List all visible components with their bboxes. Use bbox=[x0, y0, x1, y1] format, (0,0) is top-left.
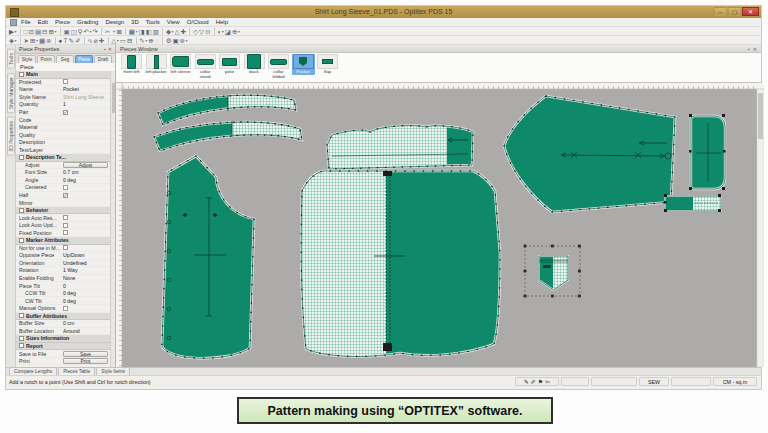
toolbar-icon[interactable]: ✂▾ bbox=[105, 27, 110, 36]
bottom-tab[interactable]: Style Items bbox=[96, 367, 130, 375]
toolbar-icon[interactable]: ▦▾ bbox=[129, 27, 138, 36]
toolbar-icon[interactable]: ▤▾ bbox=[35, 27, 41, 36]
property-row[interactable]: Opposite Piece Up/Down Up/Down bbox=[16, 252, 110, 260]
property-row[interactable]: Buffer Size 0 cm 0 cm bbox=[16, 320, 110, 328]
piece-thumbnail[interactable]: collar stand bbox=[194, 54, 217, 80]
close-button[interactable]: ✕ bbox=[742, 7, 759, 16]
toolbar-icon[interactable]: ◐▾ bbox=[217, 27, 223, 36]
property-row[interactable]: Font Size 0.7 cm 0.7 cm bbox=[16, 169, 110, 177]
close-icon[interactable]: ✕ bbox=[108, 46, 112, 52]
property-row[interactable]: Piece Tilt 0 0 bbox=[16, 282, 110, 290]
toolbar-icon[interactable]: ⊟▾ bbox=[42, 27, 47, 36]
property-row[interactable]: Angle 0 deg 0 deg bbox=[16, 177, 110, 185]
menu-item[interactable]: 3D bbox=[131, 19, 139, 25]
toolbar-icon[interactable]: ⚙▾ bbox=[166, 36, 172, 45]
menu-item[interactable]: Piece bbox=[55, 19, 70, 25]
toolbar-icon[interactable]: ▾ bbox=[60, 28, 61, 35]
property-row[interactable]: Half bbox=[16, 192, 110, 200]
property-checkbox[interactable] bbox=[63, 230, 68, 235]
toolbar-icon[interactable]: △▾ bbox=[174, 27, 179, 36]
property-row[interactable]: Description Te... bbox=[16, 154, 110, 162]
toolbar-icon[interactable]: ▾ bbox=[189, 28, 190, 35]
property-checkbox[interactable] bbox=[63, 306, 68, 311]
section-expander[interactable] bbox=[19, 155, 24, 160]
toolbar-icon[interactable]: ◌▾ bbox=[155, 36, 159, 45]
piece-thumbnail[interactable]: Pocket bbox=[292, 54, 315, 75]
property-row[interactable]: Main bbox=[16, 71, 110, 79]
toolbar-icon[interactable]: ◈▾ bbox=[9, 36, 17, 45]
property-row[interactable]: Fixed Position bbox=[16, 229, 110, 237]
bottom-tab[interactable]: Compare Lengths bbox=[9, 367, 57, 375]
property-row[interactable]: Pair bbox=[16, 109, 110, 117]
section-expander[interactable] bbox=[19, 313, 24, 318]
property-checkbox[interactable] bbox=[63, 193, 68, 198]
property-row[interactable]: Quantity 1 1 bbox=[16, 101, 110, 109]
status-icon[interactable]: ✐ bbox=[531, 378, 536, 385]
toolbar-icon[interactable]: □▾ bbox=[24, 27, 28, 36]
property-checkbox[interactable] bbox=[63, 215, 68, 220]
property-button[interactable]: Adjust bbox=[63, 162, 108, 168]
property-row[interactable]: Not for use in M... bbox=[16, 245, 110, 253]
toolbar-icon[interactable]: ✎▾ bbox=[68, 36, 73, 45]
toolbar-icon[interactable]: ⊙▾ bbox=[205, 27, 210, 36]
toolbar-icon[interactable]: ✐▾ bbox=[75, 36, 80, 45]
section-expander[interactable] bbox=[19, 343, 24, 348]
toolbar-icon[interactable]: ●▾ bbox=[59, 36, 63, 45]
toolbar-icon[interactable]: ↶▾ bbox=[84, 27, 92, 36]
property-row[interactable]: Print Print Print bbox=[16, 358, 110, 366]
section-expander[interactable] bbox=[19, 208, 24, 213]
property-row[interactable]: CCW Tilt 0 deg 0 deg bbox=[16, 290, 110, 298]
toolbar-icon[interactable]: ▽▾ bbox=[199, 27, 204, 36]
toolbar-icon[interactable]: ▦▾ bbox=[39, 36, 45, 45]
toolbar-icon[interactable]: ▾ bbox=[101, 28, 102, 35]
menu-item[interactable]: Tools bbox=[146, 19, 160, 25]
property-row[interactable]: Quality bbox=[16, 131, 110, 139]
section-expander[interactable] bbox=[19, 238, 24, 243]
property-button[interactable]: Save bbox=[63, 351, 108, 357]
menu-item[interactable]: O/Cloud bbox=[187, 19, 209, 25]
property-row[interactable]: Description bbox=[16, 139, 110, 147]
status-icon[interactable]: ✂ bbox=[545, 378, 550, 385]
toolbar-icon[interactable]: ▾ bbox=[55, 37, 56, 44]
piece-thumbnail[interactable]: back bbox=[243, 54, 266, 75]
property-row[interactable]: Material bbox=[16, 124, 110, 132]
property-row[interactable]: Enable Folding None None bbox=[16, 275, 110, 283]
property-row[interactable]: Rotation 1 Way 1 Way bbox=[16, 267, 110, 275]
property-row[interactable]: Text/Layer bbox=[16, 146, 110, 154]
property-row[interactable]: Orientation Undefined Undefined bbox=[16, 260, 110, 268]
piece-thumbnail[interactable]: left sleeve bbox=[169, 54, 192, 75]
toolbar-icon[interactable]: ◆▾ bbox=[166, 27, 174, 36]
toolbar-icon[interactable]: ⊠▾ bbox=[116, 27, 121, 36]
property-checkbox[interactable] bbox=[63, 223, 68, 228]
menu-item[interactable]: File bbox=[21, 19, 31, 25]
toolbar-icon[interactable]: ▾ bbox=[214, 28, 215, 35]
menu-item[interactable]: View bbox=[167, 19, 180, 25]
toolbar-icon[interactable]: ∿▾ bbox=[87, 36, 92, 45]
pin-icon[interactable]: ▪ bbox=[104, 46, 106, 52]
toolbar-icon[interactable]: ⊕▾ bbox=[232, 27, 240, 36]
docked-panel-tab[interactable]: Style Manager bbox=[7, 73, 15, 113]
docked-panel-tab[interactable]: Tools bbox=[7, 49, 15, 69]
menu-item[interactable]: Grading bbox=[77, 19, 98, 25]
property-row[interactable]: Manual Options bbox=[16, 305, 110, 313]
toolbar-icon[interactable]: ↷▾ bbox=[93, 27, 98, 36]
property-row[interactable]: Lock Auto Res... bbox=[16, 214, 110, 222]
property-row[interactable]: Behavior bbox=[16, 207, 110, 215]
property-checkbox[interactable] bbox=[63, 110, 68, 115]
properties-tab[interactable]: Draft bbox=[94, 55, 112, 63]
canvas-scrollbar[interactable] bbox=[757, 89, 764, 367]
toolbar-icon[interactable]: ✚▾ bbox=[180, 27, 185, 36]
piece-thumbnail[interactable]: front left bbox=[120, 54, 143, 75]
toolbar-icon[interactable]: ▾ bbox=[125, 28, 126, 35]
toolbar-icon[interactable]: ▾ bbox=[20, 28, 21, 35]
toolbar-icon[interactable]: △▾ bbox=[111, 36, 119, 45]
section-expander[interactable] bbox=[19, 72, 24, 77]
property-row[interactable]: Centered bbox=[16, 184, 110, 192]
property-row[interactable]: Mirror bbox=[16, 199, 110, 207]
toolbar-icon[interactable]: ➤▾ bbox=[24, 36, 29, 45]
toolbar-icon[interactable]: ⊞▾ bbox=[49, 27, 57, 36]
toolbar-icon[interactable]: T▾ bbox=[63, 36, 67, 45]
maximize-button[interactable]: ▢ bbox=[728, 7, 741, 16]
toolbar-icon[interactable]: ▾ bbox=[108, 37, 109, 44]
toolbar-icon[interactable]: ⊡▾ bbox=[28, 27, 33, 36]
